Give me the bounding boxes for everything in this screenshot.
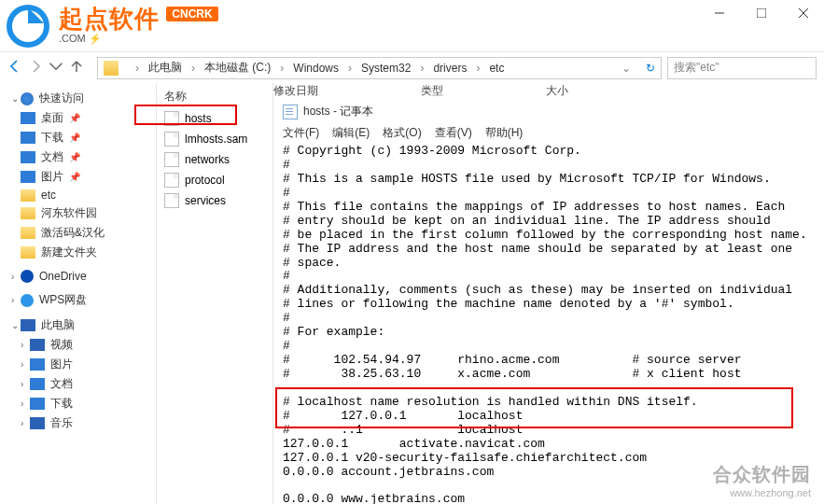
notepad-content[interactable]: # Copyright (c) 1993-2009 Microsoft Corp… (283, 145, 815, 504)
file-row[interactable]: networks (157, 149, 272, 170)
search-input[interactable]: 搜索"etc" (667, 57, 817, 79)
sidebar-wps[interactable]: ›WPS网盘 (0, 290, 156, 310)
file-list-pane: 名称 hosts lmhosts.sam networks protocol s… (157, 83, 273, 504)
watermark-title: 合众软件园 (713, 462, 811, 487)
breadcrumb[interactable]: › 此电脑› 本地磁盘 (C:)› Windows› System32› dri… (97, 57, 662, 79)
breadcrumb-item[interactable]: 本地磁盘 (C:) (204, 60, 271, 76)
pin-icon: 📌 (69, 152, 80, 162)
logo-badge: CNCRK (166, 7, 217, 21)
sidebar-item-videos[interactable]: ›视频 (0, 335, 156, 355)
logo-icon (5, 3, 51, 49)
menu-view[interactable]: 查看(V) (435, 125, 472, 141)
file-row[interactable]: lmhosts.sam (157, 129, 272, 149)
file-row-hosts[interactable]: hosts (157, 108, 272, 129)
nav-forward[interactable] (28, 59, 43, 77)
logo-title: 起点软件 (59, 5, 160, 33)
menu-edit[interactable]: 编辑(E) (332, 125, 370, 141)
col-type: 类型 (421, 83, 443, 99)
notepad-window: hosts - 记事本 文件(F) 编辑(E) 格式(O) 查看(V) 帮助(H… (273, 83, 824, 504)
nav-dropdown[interactable] (49, 59, 63, 77)
file-icon (164, 111, 179, 126)
pin-icon: 📌 (69, 133, 80, 143)
sidebar-item-documents[interactable]: 文档📌 (0, 147, 156, 167)
sidebar-item-downloads[interactable]: ›下载 (0, 394, 156, 413)
maximize-button[interactable] (740, 0, 782, 26)
sidebar-this-pc[interactable]: ⌄此电脑 (0, 315, 156, 335)
breadcrumb-dropdown[interactable]: ⌄ (621, 62, 631, 75)
file-row[interactable]: protocol (157, 170, 272, 190)
notepad-menu: 文件(F) 编辑(E) 格式(O) 查看(V) 帮助(H) (283, 125, 815, 141)
file-icon (164, 193, 179, 208)
close-button[interactable] (782, 0, 824, 26)
refresh-button[interactable]: ↻ (646, 62, 655, 75)
file-icon (164, 173, 179, 188)
column-headers: 修改日期 类型 大小 (273, 83, 568, 99)
col-date: 修改日期 (273, 83, 318, 99)
sidebar-onedrive[interactable]: ›OneDrive (0, 268, 156, 285)
file-row[interactable]: services (157, 190, 272, 211)
menu-format[interactable]: 格式(O) (383, 125, 421, 141)
nav-up[interactable] (69, 59, 84, 77)
folder-icon (104, 61, 119, 76)
nav-back[interactable] (7, 59, 22, 77)
breadcrumb-item[interactable]: 此电脑 (148, 60, 182, 76)
notepad-title: hosts - 记事本 (303, 104, 373, 119)
logo-sub: .COM ⚡ (59, 33, 218, 45)
minimize-button[interactable] (698, 0, 740, 26)
sidebar-item-music[interactable]: ›音乐 (0, 413, 156, 433)
menu-help[interactable]: 帮助(H) (485, 125, 524, 141)
file-icon (164, 152, 179, 167)
menu-file[interactable]: 文件(F) (283, 125, 319, 141)
highlight-box (275, 387, 793, 428)
breadcrumb-item[interactable]: System32 (361, 62, 411, 75)
file-icon (164, 132, 179, 147)
breadcrumb-item[interactable]: drivers (433, 62, 467, 75)
watermark: 合众软件园 www.hezhong.net (713, 462, 811, 498)
search-placeholder: 搜索"etc" (674, 60, 719, 76)
sidebar-item-folder[interactable]: 新建文件夹 (0, 243, 156, 262)
notepad-icon (283, 105, 298, 119)
watermark-url: www.hezhong.net (713, 487, 811, 498)
sidebar-item-pictures[interactable]: 图片📌 (0, 167, 156, 187)
sidebar-item-pictures[interactable]: ›图片 (0, 355, 156, 374)
pin-icon: 📌 (69, 113, 80, 123)
svg-rect-2 (757, 8, 766, 18)
col-size: 大小 (546, 83, 568, 99)
sidebar: ⌄快速访问 桌面📌 下载📌 文档📌 图片📌 etc 河东软件园 激活码&汉化 新… (0, 83, 157, 504)
sidebar-item-downloads[interactable]: 下载📌 (0, 128, 156, 147)
breadcrumb-item[interactable]: Windows (293, 62, 339, 75)
sidebar-item-folder[interactable]: 河东软件园 (0, 203, 156, 223)
sidebar-item-folder[interactable]: 激活码&汉化 (0, 223, 156, 243)
sidebar-quick-access[interactable]: ⌄快速访问 (0, 89, 156, 108)
sidebar-item-etc[interactable]: etc (0, 187, 156, 203)
breadcrumb-item[interactable]: etc (489, 62, 504, 75)
col-name[interactable]: 名称 (164, 89, 187, 105)
sidebar-item-desktop[interactable]: 桌面📌 (0, 108, 156, 128)
sidebar-item-documents[interactable]: ›文档 (0, 374, 156, 394)
logo-text: 起点软件 CNCRK .COM ⚡ (59, 7, 218, 45)
pin-icon: 📌 (69, 172, 80, 182)
